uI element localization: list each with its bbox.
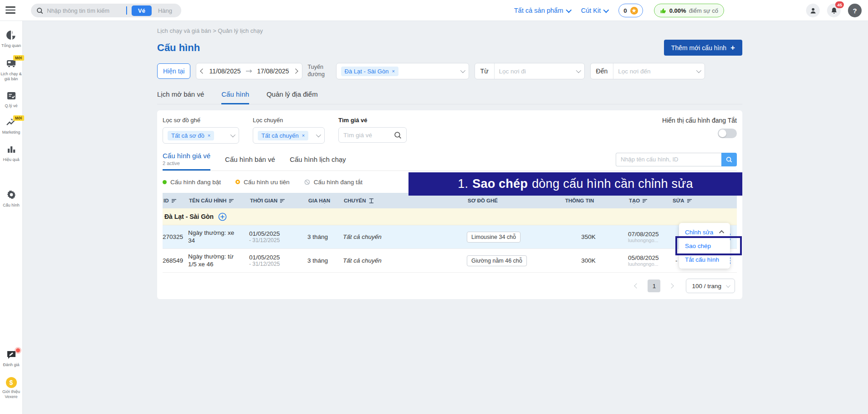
tab-lich-mo-ban-ve[interactable]: Lịch mở bán vé — [157, 90, 204, 104]
user-avatar[interactable] — [806, 4, 820, 17]
segment-hang-button[interactable]: Hàng — [152, 5, 179, 16]
remove-tag-icon[interactable]: × — [392, 68, 394, 74]
date-to: 17/08/2025 — [257, 67, 289, 75]
annotation-step: 1. — [458, 177, 468, 191]
subtab-cau-hinh-ban-ve[interactable]: Cấu hình bán vé — [225, 148, 275, 171]
main-area: Lịch chạy và giá bán > Quản lý lịch chạy… — [23, 21, 868, 414]
add-config-button[interactable]: Thêm mới cấu hình + — [664, 40, 742, 56]
config-search-input[interactable] — [616, 153, 721, 166]
hamburger-menu-icon[interactable] — [5, 6, 15, 14]
header-trip[interactable]: CHUYẾN — [343, 198, 467, 203]
incident-score-badge[interactable]: 0.00% điểm sự cố — [654, 4, 724, 17]
sidebar-item-quan-ly-ve[interactable]: Q.lý vé — [0, 91, 23, 109]
trip-filter-label: Lọc chuyến — [253, 117, 325, 124]
orange-priority-icon — [235, 180, 240, 184]
sidebar-item-hieu-qua[interactable]: Hiệu quả — [0, 145, 23, 162]
sidebar-item-cau-hinh[interactable]: Cấu hình — [0, 190, 23, 208]
show-disabled-toggle[interactable] — [718, 129, 737, 138]
current-page-button[interactable]: 1 — [648, 279, 660, 292]
bar-chart-icon — [6, 145, 16, 156]
trip-select[interactable]: Tất cả chuyến × — [253, 127, 325, 144]
seatmap-tag: Tất cả sơ đồ × — [168, 131, 214, 140]
config-search-button[interactable] — [721, 153, 737, 166]
price-search-label: Tìm giá vé — [338, 117, 407, 124]
chevron-down-icon — [460, 68, 465, 73]
ticket-list-icon — [6, 91, 16, 102]
account-dropdown[interactable]: Cút Kit — [581, 7, 608, 14]
active-count: 2 active — [163, 160, 210, 166]
filter-beam-icon — [369, 198, 374, 203]
route-tag: Đà Lạt - Sài Gòn × — [341, 67, 398, 76]
menu-item-tat-cau-hinh[interactable]: Tắt cấu hình — [679, 253, 730, 266]
person-icon — [809, 7, 817, 15]
tab-quan-ly-dia-diem[interactable]: Quản lý địa điểm — [266, 90, 318, 104]
add-to-group-icon[interactable] — [218, 212, 227, 221]
search-icon — [36, 7, 43, 14]
date-range-picker[interactable]: 11/08/2025 17/08/2025 — [196, 63, 302, 79]
header-edited[interactable]: SỬA — [672, 198, 737, 203]
prev-page-button[interactable] — [630, 279, 643, 292]
next-week-icon[interactable] — [293, 68, 298, 73]
tutorial-annotation: 1. Sao chép dòng cấu hình cần chỉnh sửa — [408, 172, 742, 196]
cell-time: 01/05/2025 - 31/12/2025 — [249, 230, 307, 243]
route-group-row[interactable]: Đà Lạt - Sài Gòn — [163, 208, 737, 225]
route-select[interactable]: Đà Lạt - Sài Gòn × — [336, 63, 469, 79]
sidebar-item-danh-gia[interactable]: Đánh giá — [0, 350, 23, 367]
destination-select[interactable]: Đến Lọc nơi đến — [590, 63, 705, 79]
price-search-placeholder: Tìm giá vé — [343, 132, 394, 139]
product-filter-dropdown[interactable]: Tất cả sản phẩm — [514, 7, 570, 14]
breadcrumb: Lịch chạy và giá bán > Quản lý lịch chạy — [157, 27, 742, 34]
header-renew: GIA HẠN — [307, 198, 343, 203]
next-page-button[interactable] — [665, 279, 678, 292]
table-row[interactable]: 270325 Ngày thường: xe 34 01/05/2025 - 3… — [163, 225, 737, 249]
table-row[interactable]: 268549 Ngày thường: từ 1/5 xe 46 01/05/2… — [163, 249, 737, 273]
subtab-cau-hinh-lich-chay[interactable]: Cấu hình lịch chạy — [290, 148, 346, 171]
tab-cau-hinh[interactable]: Cấu hình — [221, 90, 249, 104]
sidebar-item-lich-chay[interactable]: Mới Lịch chạy & giá bán — [0, 58, 23, 82]
page-size-select[interactable]: 100 / trang — [686, 279, 735, 293]
cell-id: 270325 — [163, 233, 188, 240]
remove-tag-icon[interactable]: × — [208, 133, 210, 138]
seatmap-tag[interactable]: Limousine 34 chỗ — [467, 232, 521, 243]
chevron-down-icon — [316, 132, 321, 137]
menu-item-chinh-sua[interactable]: Chỉnh sửa — [679, 225, 730, 239]
seatmap-select[interactable]: Tất cả sơ đồ × — [163, 127, 239, 144]
header-time[interactable]: THỜI GIAN — [249, 198, 307, 203]
menu-item-sao-chep[interactable]: Sao chép — [679, 239, 730, 253]
header-id[interactable]: ID — [163, 198, 188, 203]
origin-select[interactable]: Từ Lọc nơi đi — [475, 63, 585, 79]
slash-circle-icon — [304, 179, 310, 185]
help-button[interactable]: ? — [848, 4, 862, 17]
seatmap-tag[interactable]: Giường nằm 46 chỗ — [467, 255, 527, 266]
trip-tag: Tất cả chuyến × — [258, 131, 308, 140]
remove-tag-icon[interactable]: × — [302, 133, 305, 138]
header-created[interactable]: TẠO — [628, 198, 672, 203]
origin-label: Từ — [475, 63, 495, 79]
sidebar-item-tong-quan[interactable]: Tổng quan — [0, 30, 23, 48]
annotation-rest: dòng cấu hình cần chỉnh sửa — [532, 177, 693, 191]
main-tabs: Lịch mở bán vé Cấu hình Quản lý địa điểm — [157, 90, 742, 104]
new-badge: Mới — [13, 55, 24, 61]
prev-week-icon[interactable] — [200, 68, 205, 73]
notification-count-badge: 45 — [835, 1, 844, 8]
destination-label: Đến — [591, 63, 614, 79]
seatmap-filter-label: Lọc sơ đồ ghế — [163, 117, 239, 124]
points-badge[interactable]: 0 ★ — [618, 4, 643, 17]
chevron-up-icon — [719, 230, 724, 235]
current-week-button[interactable]: Hiện tại — [157, 63, 190, 79]
sidebar-item-marketing[interactable]: Mới Marketing — [0, 119, 23, 135]
global-search[interactable]: Nhập thông tin tìm kiếm Vé Hàng — [31, 4, 181, 17]
annotation-action: Sao chép — [472, 177, 528, 191]
sidebar-item-gioi-thieu[interactable]: $ Giới thiệu Vexere — [0, 377, 23, 399]
price-search-input[interactable]: Tìm giá vé — [338, 127, 407, 143]
segment-ve-button[interactable]: Vé — [132, 5, 152, 16]
sort-icon — [229, 199, 234, 203]
cell-created: 05/08/2025 luuhongngo... — [628, 254, 672, 267]
header-name[interactable]: TÊN CẤU HÌNH — [188, 198, 237, 203]
bus-icon: Mới — [6, 58, 17, 70]
notifications-button[interactable]: 45 — [827, 4, 841, 17]
trend-line-icon: Mới — [6, 119, 17, 129]
star-icon: ★ — [630, 7, 638, 15]
group-label: Đà Lạt - Sài Gòn — [164, 213, 214, 220]
subtab-cau-hinh-gia-ve[interactable]: Cấu hình giá vé 2 active — [163, 148, 210, 171]
